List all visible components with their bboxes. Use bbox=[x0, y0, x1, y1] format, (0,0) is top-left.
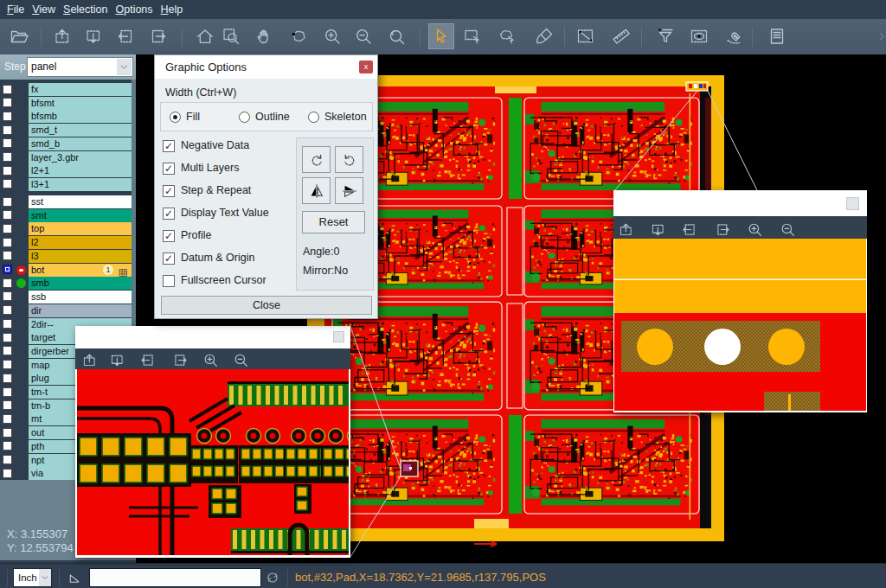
checkbox-profile[interactable]: ✓ bbox=[163, 230, 175, 242]
tool-zoom-out[interactable] bbox=[350, 23, 376, 49]
tool-rect-select[interactable] bbox=[459, 23, 485, 49]
layer-checkbox-smb[interactable] bbox=[3, 278, 12, 288]
tool-import-down[interactable] bbox=[80, 23, 106, 49]
detail-window-title-bar[interactable] bbox=[75, 326, 350, 348]
layer-row-layer_3.gbr[interactable]: layer_3.gbr bbox=[29, 151, 132, 164]
layer-row-l3+1[interactable]: l3+1 bbox=[29, 178, 132, 191]
layer-checkbox-tm-b[interactable] bbox=[3, 400, 12, 410]
reset-button[interactable]: Reset bbox=[302, 211, 365, 233]
layer-checkbox-ssb[interactable] bbox=[3, 291, 12, 301]
tool-import-left[interactable] bbox=[112, 23, 138, 49]
detail-window-button[interactable] bbox=[333, 331, 344, 342]
layer-checkbox-plug[interactable] bbox=[3, 374, 12, 383]
checkbox-fullscreen-cursor[interactable] bbox=[163, 275, 175, 287]
tool-move-vertex[interactable] bbox=[286, 23, 311, 49]
layer-checkbox-layer_3.gbr[interactable] bbox=[3, 152, 12, 162]
rwintb-zoom-out[interactable] bbox=[777, 219, 798, 240]
tool-poly-select[interactable] bbox=[494, 23, 520, 49]
layer-row-dir[interactable]: dir bbox=[29, 304, 132, 317]
layer-checkbox-smd_t[interactable] bbox=[3, 125, 12, 135]
rwintb-import-left[interactable] bbox=[678, 219, 699, 240]
tool-zoom-window[interactable] bbox=[218, 23, 244, 49]
menu-item-view[interactable]: View bbox=[32, 3, 55, 16]
toolbar-overflow[interactable] bbox=[869, 23, 886, 49]
blwintb-zoom-in[interactable] bbox=[200, 349, 221, 370]
layer-row-l2[interactable]: l2 bbox=[29, 236, 132, 249]
status-input[interactable] bbox=[89, 568, 261, 587]
checkbox-display-text-value[interactable]: ✓ bbox=[163, 208, 175, 220]
layer-row-l2+1[interactable]: l2+1 bbox=[29, 164, 132, 177]
tool-report-list[interactable] bbox=[764, 23, 790, 49]
layer-checkbox-via[interactable] bbox=[3, 469, 12, 478]
layer-checkbox-npt[interactable] bbox=[3, 455, 12, 464]
layer-checkbox-target[interactable] bbox=[3, 333, 12, 342]
layer-checkbox-l3[interactable] bbox=[3, 251, 12, 260]
layer-checkbox-bfsmb[interactable] bbox=[3, 112, 12, 121]
unit-dropdown[interactable]: Inch bbox=[13, 568, 52, 587]
step-dropdown[interactable]: panel bbox=[27, 57, 133, 77]
tool-brush-edit[interactable] bbox=[531, 23, 557, 49]
layer-row-bot[interactable]: bot bbox=[29, 264, 132, 277]
chevron-down-icon[interactable] bbox=[117, 59, 132, 75]
layer-checkbox-out[interactable] bbox=[3, 428, 12, 438]
layer-row-smd_b[interactable]: smd_b bbox=[29, 137, 132, 150]
tool-import-up[interactable] bbox=[49, 23, 75, 49]
tool-measure-distance[interactable] bbox=[573, 23, 599, 49]
flip-horizontal-button[interactable] bbox=[302, 177, 331, 204]
radio-fill[interactable] bbox=[170, 112, 181, 123]
layer-checkbox-smt[interactable] bbox=[3, 210, 12, 220]
layer-checkbox-l2+1[interactable] bbox=[3, 166, 12, 176]
tool-snap-magnet[interactable] bbox=[722, 23, 748, 49]
layer-row-l3[interactable]: l3 bbox=[29, 250, 132, 263]
layer-row-smt[interactable]: smt bbox=[29, 209, 132, 222]
layer-row-fx[interactable]: fx bbox=[29, 83, 132, 96]
chevron-down-icon[interactable] bbox=[39, 569, 51, 586]
blwintb-import-down[interactable] bbox=[106, 349, 127, 370]
flip-vertical-button[interactable] bbox=[335, 177, 363, 204]
layer-checkbox-bot[interactable] bbox=[3, 265, 12, 274]
blwintb-import-left[interactable] bbox=[137, 349, 157, 370]
tool-select-cursor[interactable] bbox=[428, 23, 454, 49]
blwintb-import-right[interactable] bbox=[170, 349, 190, 370]
checkbox-step-repeat[interactable]: ✓ bbox=[163, 185, 175, 197]
refresh-icon[interactable] bbox=[265, 570, 280, 588]
layer-checkbox-2dir--[interactable] bbox=[3, 319, 12, 329]
blwintb-import-up[interactable] bbox=[79, 349, 100, 370]
checkbox-negative-data[interactable]: ✓ bbox=[163, 140, 175, 152]
rwintb-import-down[interactable] bbox=[647, 219, 668, 240]
layer-checkbox-mt[interactable] bbox=[3, 414, 12, 424]
layer-checkbox-dirgerber[interactable] bbox=[3, 346, 12, 355]
layer-checkbox-top[interactable] bbox=[3, 224, 12, 233]
radio-skeleton[interactable] bbox=[308, 112, 319, 123]
layer-checkbox-fx[interactable] bbox=[3, 85, 12, 94]
tool-zoom-in[interactable] bbox=[319, 23, 345, 49]
layer-row-bfsmt[interactable]: bfsmt bbox=[29, 97, 132, 110]
layer-checkbox-bfsmt[interactable] bbox=[3, 98, 12, 107]
radio-outline[interactable] bbox=[239, 112, 250, 123]
layer-checkbox-map[interactable] bbox=[3, 360, 12, 369]
layer-row-bfsmb[interactable]: bfsmb bbox=[29, 110, 132, 123]
rwintb-zoom-in[interactable] bbox=[744, 219, 765, 240]
menu-item-help[interactable]: Help bbox=[161, 3, 183, 16]
dialog-title-bar[interactable]: Graphic Options x bbox=[155, 55, 377, 79]
rotate-ccw-button[interactable] bbox=[335, 146, 363, 173]
layer-row-smd_t[interactable]: smd_t bbox=[29, 124, 132, 137]
rwintb-import-right[interactable] bbox=[712, 219, 733, 240]
tool-home-view[interactable] bbox=[192, 23, 218, 49]
snap-corner-icon[interactable] bbox=[67, 570, 83, 588]
menu-item-selection[interactable]: Selection bbox=[63, 3, 107, 16]
layer-checkbox-dir[interactable] bbox=[3, 305, 12, 315]
tool-open-folder[interactable] bbox=[6, 23, 32, 49]
tool-pan-hand[interactable] bbox=[251, 23, 277, 49]
layer-checkbox-pth[interactable] bbox=[3, 441, 12, 451]
rotate-cw-button[interactable] bbox=[302, 146, 331, 173]
layer-checkbox-smd_b[interactable] bbox=[3, 138, 12, 148]
corner-window-title-bar[interactable] bbox=[613, 190, 867, 216]
blwintb-zoom-out[interactable] bbox=[230, 349, 251, 370]
layer-row-top[interactable]: top bbox=[29, 222, 132, 235]
layer-row-smb[interactable]: smb bbox=[29, 277, 132, 290]
layer-checkbox-sst[interactable] bbox=[3, 197, 12, 207]
tool-zoom-previous[interactable] bbox=[383, 23, 409, 49]
corner-window-button[interactable] bbox=[846, 197, 859, 210]
dialog-close-button[interactable]: x bbox=[359, 61, 373, 74]
